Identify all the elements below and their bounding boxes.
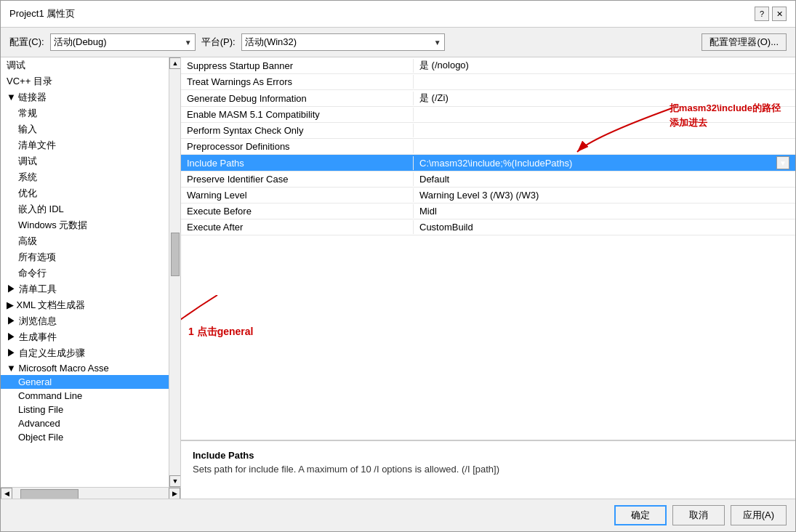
prop-value-treat-warnings: [414, 81, 795, 84]
sidebar-item-system[interactable]: 系统: [1, 169, 169, 185]
prop-value-text-exec-after: CustomBuild: [419, 222, 473, 233]
config-bar: 配置(C): 活动(Debug) ▼ 平台(P): 活动(Win32) ▼ 配置…: [1, 28, 795, 57]
sidebar: 调试VC++ 目录▼ 链接器常规输入清单文件调试系统优化嵌入的 IDLWindo…: [1, 57, 169, 487]
platform-dropdown-arrow: ▼: [434, 39, 441, 47]
prop-value-syntax-check: [414, 129, 795, 132]
prop-value-text-exec-before: Midl: [419, 206, 437, 217]
sidebar-item-cmdline[interactable]: 命令行: [1, 265, 169, 281]
hscroll-right-button[interactable]: ▶: [169, 488, 180, 499]
prop-name-debug-info: Generate Debug Information: [181, 92, 414, 105]
sidebar-item-masm-cmdline[interactable]: Command Line: [1, 389, 169, 403]
prop-value-preprocessor: [414, 145, 795, 148]
prop-name-exec-after: Execute After: [181, 220, 414, 234]
property-row-debug-info[interactable]: Generate Debug Information是 (/Zi): [181, 90, 795, 107]
dialog-title: Project1 属性页: [9, 7, 75, 20]
prop-value-text-warning-level: Warning Level 3 (/W3) (/W3): [419, 190, 539, 201]
property-row-exec-after[interactable]: Execute AfterCustomBuild: [181, 219, 795, 235]
sidebar-item-optimize[interactable]: 优化: [1, 185, 169, 201]
config-manager-button[interactable]: 配置管理器(O)...: [701, 33, 787, 51]
scroll-down-button[interactable]: ▼: [169, 475, 180, 487]
platform-label: 平台(P):: [201, 36, 236, 49]
sidebar-item-advanced[interactable]: 高级: [1, 233, 169, 249]
prop-value-debug-info: 是 (/Zi): [414, 90, 795, 106]
title-bar: Project1 属性页 ? ✕: [1, 1, 795, 28]
close-button[interactable]: ✕: [772, 7, 787, 21]
sidebar-item-manifest-tool[interactable]: ▶ 清单工具: [1, 281, 169, 297]
config-label: 配置(C):: [9, 36, 44, 49]
prop-value-warning-level: Warning Level 3 (/W3) (/W3): [414, 188, 795, 202]
help-button[interactable]: ?: [755, 7, 769, 21]
prop-value-text-suppress-banner: 是 (/nologo): [419, 59, 469, 72]
sidebar-item-input[interactable]: 输入: [1, 121, 169, 137]
sidebar-item-build-events[interactable]: ▶ 生成事件: [1, 329, 169, 345]
property-row-warning-level[interactable]: Warning LevelWarning Level 3 (/W3) (/W3): [181, 188, 795, 203]
description-title: Include Paths: [193, 450, 784, 461]
sidebar-item-embedded-idl[interactable]: 嵌入的 IDL: [1, 201, 169, 217]
apply-button[interactable]: 应用(A): [731, 505, 787, 525]
property-row-include-paths[interactable]: Include PathsC:\masm32\include;%(Include…: [181, 155, 795, 172]
config-value: 活动(Debug): [54, 36, 107, 49]
prop-dropdown-btn-include-paths[interactable]: ▼: [776, 156, 789, 169]
prop-name-include-paths: Include Paths: [181, 156, 414, 170]
title-bar-buttons: ? ✕: [755, 7, 787, 21]
sidebar-item-vc-dir[interactable]: VC++ 目录: [1, 73, 169, 89]
prop-value-exec-after: CustomBuild: [414, 220, 795, 234]
dialog: Project1 属性页 ? ✕ 配置(C): 活动(Debug) ▼ 平台(P…: [0, 0, 796, 532]
platform-value: 活动(Win32): [245, 36, 297, 49]
sidebar-item-masm-objfile[interactable]: Object File: [1, 430, 169, 444]
sidebar-scroll-container: 调试VC++ 目录▼ 链接器常规输入清单文件调试系统优化嵌入的 IDLWindo…: [1, 57, 180, 487]
hscroll-left-button[interactable]: ◀: [1, 488, 12, 499]
sidebar-item-masm-general[interactable]: General: [1, 375, 169, 389]
property-table: Suppress Startup Banner是 (/nologo)Treat …: [181, 57, 795, 440]
sidebar-item-windows-meta[interactable]: Windows 元数据: [1, 217, 169, 233]
description-text: Sets path for include file. A maximum of…: [193, 464, 784, 475]
sidebar-item-masm-listing[interactable]: Listing File: [1, 403, 169, 416]
property-row-treat-warnings[interactable]: Treat Warnings As Errors: [181, 74, 795, 90]
sidebar-item-linker[interactable]: ▼ 链接器: [1, 89, 169, 105]
prop-value-text-include-paths: C:\masm32\include;%(IncludePaths): [419, 158, 572, 169]
property-row-suppress-banner[interactable]: Suppress Startup Banner是 (/nologo): [181, 57, 795, 74]
config-dropdown-arrow: ▼: [185, 39, 192, 47]
prop-name-masm51: Enable MASM 5.1 Compatibility: [181, 108, 414, 121]
prop-value-include-paths: C:\masm32\include;%(IncludePaths)▼: [414, 155, 795, 171]
right-panel: 把masm32\include的路径 添加进去 1 点击general: [181, 57, 795, 499]
sidebar-item-debug2[interactable]: 调试: [1, 153, 169, 169]
sidebar-item-general[interactable]: 常规: [1, 105, 169, 121]
main-content: 调试VC++ 目录▼ 链接器常规输入清单文件调试系统优化嵌入的 IDLWindo…: [1, 57, 795, 499]
cancel-button[interactable]: 取消: [672, 505, 725, 525]
prop-name-suppress-banner: Suppress Startup Banner: [181, 59, 414, 73]
sidebar-item-masm[interactable]: ▼ Microsoft Macro Asse: [1, 361, 169, 375]
sidebar-item-all-options[interactable]: 所有选项: [1, 249, 169, 265]
property-row-syntax-check[interactable]: Perform Syntax Check Only: [181, 123, 795, 139]
description-panel: Include Paths Sets path for include file…: [181, 440, 795, 499]
prop-name-treat-warnings: Treat Warnings As Errors: [181, 75, 414, 89]
sidebar-item-manifest[interactable]: 清单文件: [1, 137, 169, 153]
prop-value-masm51: [414, 113, 795, 116]
sidebar-container: 调试VC++ 目录▼ 链接器常规输入清单文件调试系统优化嵌入的 IDLWindo…: [1, 57, 181, 499]
sidebar-item-masm-advanced[interactable]: Advanced: [1, 416, 169, 430]
sidebar-hscrollbar[interactable]: ◀ ▶: [1, 487, 180, 499]
property-row-preserve-case[interactable]: Preserve Identifier CaseDefault: [181, 172, 795, 188]
config-select[interactable]: 活动(Debug) ▼: [50, 33, 196, 51]
prop-name-preserve-case: Preserve Identifier Case: [181, 172, 414, 186]
prop-value-text-debug-info: 是 (/Zi): [419, 92, 449, 105]
prop-name-preprocessor: Preprocessor Definitions: [181, 140, 414, 153]
prop-value-exec-before: Midl: [414, 204, 795, 218]
ok-button[interactable]: 确定: [614, 505, 667, 525]
property-row-masm51[interactable]: Enable MASM 5.1 Compatibility: [181, 107, 795, 123]
hscroll-thumb[interactable]: [20, 489, 79, 499]
prop-value-suppress-banner: 是 (/nologo): [414, 57, 795, 73]
sidebar-item-browse-info[interactable]: ▶ 浏览信息: [1, 313, 169, 329]
prop-name-warning-level: Warning Level: [181, 188, 414, 202]
sidebar-scrollbar[interactable]: ▲ ▼: [169, 57, 180, 487]
sidebar-item-xml-docgen[interactable]: ▶ XML 文档生成器: [1, 297, 169, 313]
platform-select[interactable]: 活动(Win32) ▼: [241, 33, 445, 51]
property-row-exec-before[interactable]: Execute BeforeMidl: [181, 203, 795, 219]
prop-value-text-preserve-case: Default: [419, 174, 449, 185]
property-row-preprocessor[interactable]: Preprocessor Definitions: [181, 139, 795, 155]
scrollbar-thumb[interactable]: [171, 233, 180, 276]
scroll-up-button[interactable]: ▲: [169, 57, 180, 69]
sidebar-item-debug[interactable]: 调试: [1, 57, 169, 73]
sidebar-item-custom-build[interactable]: ▶ 自定义生成步骤: [1, 345, 169, 361]
prop-name-exec-before: Execute Before: [181, 204, 414, 218]
